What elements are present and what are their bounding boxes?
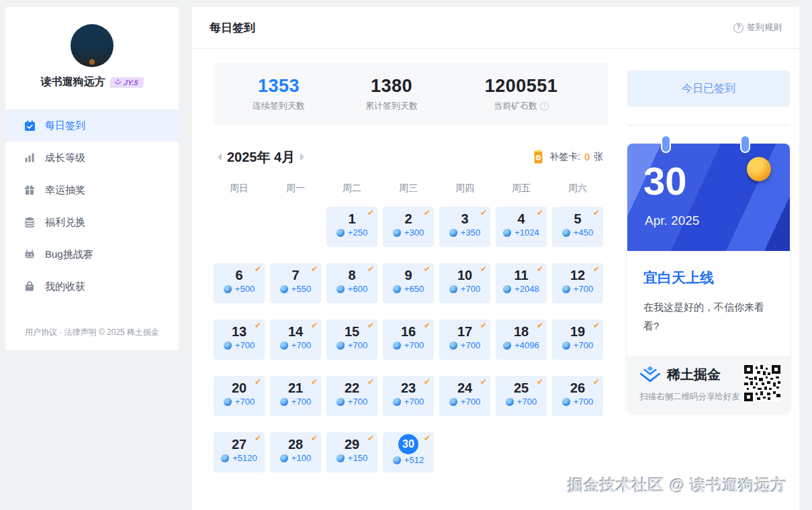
watermark: 掘金技术社区 @ 读书遛狗远方: [568, 475, 787, 496]
calendar-day-cell[interactable]: 24✔+700: [439, 376, 490, 416]
ore-icon: [280, 285, 288, 293]
check-icon: ✔: [367, 434, 374, 443]
check-icon: ✔: [367, 264, 374, 274]
next-month-arrow-icon[interactable]: [300, 153, 308, 161]
calendar-day-cell[interactable]: 1✔+250: [326, 207, 377, 247]
day-reward: +700: [552, 397, 603, 407]
calendar-day-cell[interactable]: 27✔+5120: [214, 432, 265, 472]
reward-value: +650: [404, 284, 424, 294]
calendar-day-cell[interactable]: 25✔+700: [496, 376, 547, 416]
ore-icon: [393, 342, 401, 350]
reward-value: +700: [574, 340, 593, 350]
coins-icon: [24, 217, 36, 228]
day-number: 30: [398, 434, 418, 454]
day-reward: +350: [439, 227, 490, 238]
card-day-number: 30: [643, 158, 687, 203]
sidebar-item-growth-level[interactable]: 成长等级: [5, 142, 179, 174]
sidebar-item-my-gains[interactable]: 我的收获: [5, 270, 179, 303]
level-badge: JY.5: [109, 77, 144, 88]
check-icon: ✔: [255, 321, 261, 330]
reward-value: +700: [404, 397, 424, 407]
info-circle-icon[interactable]: !: [540, 102, 549, 111]
sidebar-menu: 每日签到成长等级幸运抽奖福利兑换Bug挑战赛我的收获: [5, 109, 179, 303]
calendar-day-cell[interactable]: 15✔+700: [326, 319, 377, 360]
main-panel: 每日签到 ? 签到规则 1353连续签到天数1380累计签到天数1200551当…: [192, 7, 799, 510]
checkin-stats: 1353连续签到天数1380累计签到天数1200551当前矿石数!: [214, 62, 608, 125]
calendar-day-cell[interactable]: 22✔+700: [326, 376, 377, 416]
brand-name: 稀土掘金: [667, 366, 721, 384]
day-reward: +700: [326, 397, 377, 407]
checkin-rules-link[interactable]: ? 签到规则: [733, 21, 782, 34]
bar-chart-icon: [24, 152, 36, 164]
calendar-day-cell[interactable]: 5✔+450: [552, 207, 603, 247]
sidebar-item-welfare-redeem[interactable]: 福利兑换: [5, 206, 179, 238]
calendar-day-cell[interactable]: 30✔+512: [383, 432, 434, 472]
stat-item: 1353连续签到天数: [228, 76, 329, 112]
calendar-day-cell[interactable]: 26✔+700: [552, 376, 603, 416]
check-icon: ✔: [480, 264, 487, 274]
ore-icon: [336, 342, 345, 350]
calendar-day-cell[interactable]: 6✔+500: [214, 263, 265, 303]
stat-value: 1200551: [461, 76, 582, 97]
stat-label: 累计签到天数: [341, 100, 442, 112]
calendar-day-cell[interactable]: 11✔+2048: [496, 263, 547, 303]
calendar-day-cell[interactable]: 19✔+700: [552, 319, 603, 360]
avatar[interactable]: [71, 24, 114, 67]
check-icon: ✔: [593, 377, 600, 387]
weekday-label: 周六: [552, 183, 603, 195]
calendar-day-cell[interactable]: 8✔+600: [326, 263, 377, 303]
calendar-day-cell[interactable]: 2✔+300: [383, 207, 434, 247]
day-reward: +700: [214, 340, 265, 350]
sidebar: 读书遛狗远方 JY.5 每日签到成长等级幸运抽奖福利兑换Bug挑战赛我的收获 用…: [5, 7, 179, 350]
ore-icon: [393, 398, 401, 406]
reward-value: +700: [461, 340, 480, 350]
calendar-day-cell[interactable]: 18✔+4096: [496, 319, 547, 360]
calendar-day-cell[interactable]: 20✔+700: [214, 376, 265, 416]
calendar-day-cell[interactable]: 14✔+700: [270, 319, 321, 360]
reward-value: +1024: [514, 227, 539, 238]
ore-icon: [221, 454, 229, 462]
reward-value: +250: [348, 227, 367, 238]
check-icon: ✔: [480, 208, 487, 217]
calendar-day-cell[interactable]: 21✔+700: [270, 376, 321, 416]
reward-value: +100: [291, 453, 311, 463]
calendar-day-cell[interactable]: 4✔+1024: [496, 207, 547, 247]
day-reward: +700: [383, 397, 434, 407]
ore-icon: [503, 229, 511, 237]
card-pin-icon: [741, 136, 749, 152]
ore-icon: [503, 285, 511, 293]
check-icon: ✔: [424, 321, 431, 330]
day-reward: +250: [326, 227, 377, 238]
sidebar-item-bug-challenge[interactable]: Bug挑战赛: [5, 238, 179, 270]
calendar-day-cell[interactable]: 29✔+150: [326, 432, 377, 472]
question-circle-icon: ?: [733, 23, 743, 33]
day-reward: +5120: [214, 453, 265, 463]
calendar-day-cell[interactable]: 13✔+700: [214, 319, 265, 360]
sidebar-item-lucky-draw[interactable]: 幸运抽奖: [5, 174, 179, 206]
ore-icon: [506, 398, 514, 406]
ore-icon: [562, 285, 570, 293]
weekday-label: 周一: [270, 183, 321, 195]
makeup-card-counter[interactable]: 补签卡: 0 张: [532, 150, 603, 164]
check-icon: ✔: [537, 264, 543, 274]
sidebar-item-daily-checkin[interactable]: 每日签到: [5, 109, 179, 142]
calendar-day-cell[interactable]: 16✔+700: [383, 319, 434, 360]
checkin-today-button[interactable]: 今日已签到: [627, 70, 790, 107]
calendar-day-cell[interactable]: 7✔+550: [270, 263, 321, 303]
reward-value: +512: [404, 455, 424, 465]
calendar-day-cell[interactable]: 17✔+700: [439, 319, 490, 360]
calendar-day-cell[interactable]: 3✔+350: [439, 207, 490, 247]
ore-icon: [280, 342, 288, 350]
reward-value: +300: [404, 227, 424, 238]
check-icon: ✔: [311, 377, 318, 387]
check-icon: ✔: [424, 208, 431, 217]
calendar-day-cell[interactable]: 28✔+100: [270, 432, 321, 472]
calendar-day-cell[interactable]: 23✔+700: [383, 376, 434, 416]
calendar-day-cell[interactable]: 9✔+650: [383, 263, 434, 303]
calendar-day-cell[interactable]: 12✔+700: [552, 263, 603, 303]
calendar-day-cell[interactable]: 10✔+700: [439, 263, 490, 303]
ore-icon: [449, 229, 457, 237]
bag-icon: [24, 281, 36, 293]
prev-month-arrow-icon[interactable]: [214, 153, 222, 161]
day-reward: +700: [439, 397, 490, 407]
